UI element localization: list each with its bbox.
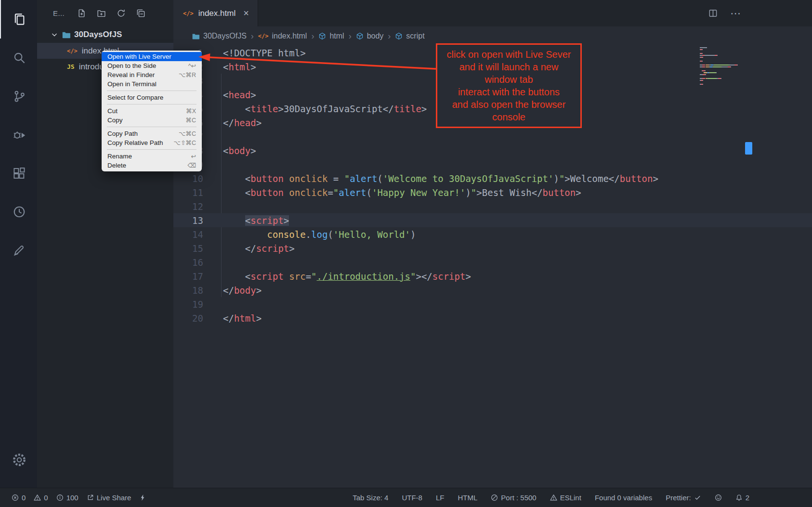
info-icon (56, 494, 64, 501)
html-file-icon: </> (183, 10, 194, 17)
code-line-9: 9 (173, 157, 812, 171)
source-control-activity-button[interactable] (0, 77, 37, 116)
breadcrumb-chevron-icon: › (388, 31, 391, 41)
status-encoding[interactable]: UTF-8 (402, 494, 422, 502)
status-bar-right: Tab Size: 4UTF-8LFHTMLPort : 5500ESLintF… (353, 494, 749, 502)
code-line-16: 16 (173, 255, 812, 269)
folder-section-30daysofjs[interactable]: 30DaysOfJS (37, 26, 173, 43)
status-live-share[interactable]: Live Share (87, 494, 131, 502)
breadcrumb-html[interactable]: html (318, 32, 344, 40)
code-line-19: 19 (173, 297, 812, 311)
code-line-20: 20</html> (173, 311, 812, 325)
folder-icon (192, 32, 200, 40)
status-language-mode[interactable]: HTML (458, 494, 477, 502)
check-icon (694, 494, 701, 501)
menu-separator (107, 127, 196, 127)
code-line-14: 14 console.log('Hello, World') (173, 227, 812, 241)
extensions-icon (12, 166, 26, 181)
code-line-7: 7 (173, 130, 812, 143)
status-eslint[interactable]: ESLint (550, 494, 581, 502)
html-file-icon: </> (67, 48, 78, 54)
smiley-icon (715, 494, 722, 501)
status-eol[interactable]: LF (436, 494, 445, 502)
breadcrumb-body[interactable]: body (356, 32, 384, 40)
collapse-all-icon[interactable] (136, 9, 145, 18)
pen-activity-button[interactable] (0, 231, 37, 270)
menu-item-open-with-live-server[interactable]: Open with Live Server (102, 52, 202, 61)
history-activity-button[interactable] (0, 193, 37, 231)
status-quick-actions[interactable] (139, 494, 146, 501)
annotation-line: and also open the browser (440, 98, 577, 111)
explorer-activity-button[interactable] (0, 0, 37, 39)
status-tab-size[interactable]: Tab Size: 4 (353, 494, 388, 502)
line-number: 17 (173, 271, 203, 282)
annotation-box: click on open with Live Severand it will… (436, 43, 582, 128)
explorer-icon (12, 12, 26, 26)
status-feedback-smiley[interactable] (715, 494, 722, 501)
menu-separator (107, 104, 196, 104)
status-info-count[interactable]: 100 (56, 494, 79, 502)
html-file-icon: </> (258, 33, 269, 39)
close-tab-icon[interactable]: × (243, 8, 249, 19)
chevron-down-icon (51, 31, 58, 39)
line-number: 20 (173, 313, 203, 324)
menu-item-copy-relative-path[interactable]: Copy Relative Path⌥⇧⌘C (102, 138, 202, 147)
bell-icon (735, 494, 743, 501)
new-folder-icon[interactable] (97, 9, 106, 18)
extensions-activity-button[interactable] (0, 154, 37, 193)
breadcrumb-index-html[interactable]: </>index.html (258, 32, 307, 40)
annotation-line: window tab (440, 73, 577, 86)
tab-index-html[interactable]: </> index.html × (173, 0, 258, 26)
status-notifications-bell[interactable]: 2 (735, 494, 749, 502)
symbol-cube-icon (318, 32, 326, 40)
status-prettier[interactable]: Prettier: (666, 494, 701, 502)
menu-item-rename[interactable]: Rename↩ (102, 152, 202, 161)
explorer-title: E... (53, 9, 65, 17)
menu-item-open-in-terminal[interactable]: Open in Terminal (102, 79, 202, 89)
code-line-8: 8<body> (173, 143, 812, 157)
menu-item-open-to-the-side[interactable]: Open to the Side^↩ (102, 61, 202, 70)
status-found-variables[interactable]: Found 0 variables (595, 494, 652, 502)
breadcrumb-script[interactable]: script (395, 32, 424, 40)
run-debug-activity-button[interactable] (0, 116, 37, 154)
breadcrumb-chevron-icon: › (349, 31, 352, 41)
status-live-server-port[interactable]: Port : 5500 (491, 494, 536, 502)
menu-item-copy[interactable]: Copy⌘C (102, 116, 202, 125)
split-editor-icon[interactable] (708, 9, 718, 18)
status-problems-errors[interactable]: 0 (12, 494, 26, 502)
menu-item-select-for-compare[interactable]: Select for Compare (102, 93, 202, 102)
minimap[interactable] (700, 47, 744, 86)
annotation-line: console (440, 111, 577, 123)
tab-label: index.html (198, 9, 236, 18)
settings-activity-button[interactable] (0, 441, 37, 479)
line-number: 13 (173, 215, 203, 226)
menu-item-delete[interactable]: Delete⌫ (102, 161, 202, 170)
code-line-12: 12 (173, 199, 812, 213)
line-number: 12 (173, 201, 203, 212)
breadcrumb: 30DaysOfJS›</>index.html›html›body›scrip… (173, 26, 812, 46)
breadcrumb-chevron-icon: › (311, 31, 314, 41)
code-line-17: 17 <script src="./introduction.js"></scr… (173, 269, 812, 283)
menu-separator (107, 91, 196, 91)
more-actions-icon[interactable]: ⋯ (730, 7, 742, 20)
breadcrumb-chevron-icon: › (251, 31, 254, 41)
refresh-icon[interactable] (117, 9, 126, 18)
explorer-actions (77, 9, 145, 18)
breadcrumb-30daysofjs[interactable]: 30DaysOfJS (192, 32, 247, 40)
new-file-icon[interactable] (77, 9, 86, 18)
code-line-11: 11 <button onclick="alert('Happy New Yea… (173, 185, 812, 199)
warning-icon (34, 494, 41, 501)
clock-icon (12, 205, 26, 219)
code-line-13: 13 <script> (173, 213, 812, 227)
folder-section-label: 30DaysOfJS (74, 30, 122, 39)
code-line-10: 10 <button onclick = "alert('Welcome to … (173, 171, 812, 185)
menu-separator (107, 149, 196, 150)
status-problems-warnings[interactable]: 0 (34, 494, 48, 502)
menu-item-cut[interactable]: Cut⌘X (102, 106, 202, 116)
menu-item-reveal-in-finder[interactable]: Reveal in Finder⌥⌘R (102, 70, 202, 79)
menu-item-copy-path[interactable]: Copy Path⌥⌘C (102, 129, 202, 138)
overview-ruler-marker (745, 142, 752, 155)
gear-icon (12, 453, 26, 467)
search-activity-button[interactable] (0, 39, 37, 77)
symbol-cube-icon (356, 32, 364, 40)
